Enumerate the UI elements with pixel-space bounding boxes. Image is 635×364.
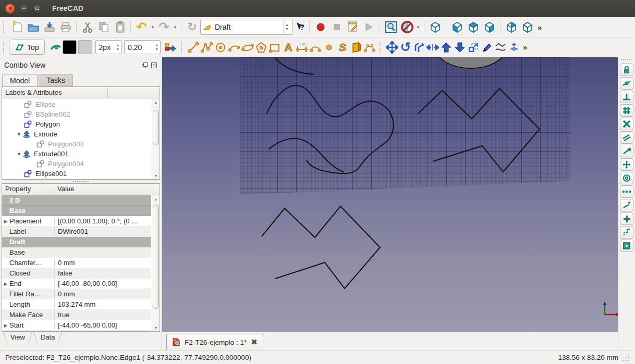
right-view-button[interactable] (481, 19, 497, 35)
bspline-blob-shape[interactable] (267, 85, 394, 173)
scale-spinbox[interactable]: 0,20 ▲▼ (124, 40, 161, 54)
tree-item-ellipse001[interactable]: Ellipse001 (2, 169, 151, 179)
arc-curve-shape[interactable] (275, 58, 314, 74)
snap-endpoint-button[interactable] (620, 145, 633, 157)
toolbar-overflow-button[interactable]: » (535, 23, 543, 32)
snap-extension-button[interactable] (620, 199, 633, 211)
scroll-down-icon[interactable]: ▼ (152, 172, 160, 179)
value-column-header[interactable]: Value (54, 184, 160, 195)
draft-dimension-button[interactable]: 1.00 (295, 39, 309, 55)
property-row-length[interactable]: Length103,274 mm (2, 299, 151, 310)
document-tab[interactable]: F2-T26-ejemplo : 1* ✖ (166, 334, 263, 350)
draft-shapestring-button[interactable]: S (336, 39, 349, 55)
tree-item-extrude[interactable]: ▼ Extrude (2, 129, 151, 139)
axonometric-view-button[interactable] (427, 19, 443, 35)
toolbar-handle[interactable] (621, 59, 632, 62)
undo-button[interactable]: ↶ (133, 19, 150, 35)
window-close-button[interactable]: × (5, 4, 15, 14)
refresh-button[interactable]: ↻ (184, 19, 200, 35)
draft-bezier-button[interactable] (363, 39, 376, 55)
toolbar-handle[interactable] (3, 21, 6, 33)
snap-grid-button[interactable] (620, 104, 633, 117)
toolbar-handle[interactable] (380, 42, 383, 53)
scroll-up-icon[interactable]: ▲ (152, 98, 160, 106)
front-view-button[interactable] (449, 19, 465, 35)
draft-line-button[interactable] (187, 39, 200, 55)
property-group[interactable]: Base (2, 206, 151, 216)
draft-move-button[interactable] (385, 39, 399, 55)
snap-ortho-button[interactable] (620, 212, 633, 225)
working-plane-button[interactable]: Top (9, 40, 45, 55)
macro-edit-button[interactable] (345, 19, 361, 35)
snap-lock-button[interactable] (620, 64, 633, 76)
scroll-up-icon[interactable]: ▲ (152, 195, 160, 203)
snap-parallel-button[interactable] (620, 131, 633, 144)
draft-scale-button[interactable] (467, 39, 480, 55)
draft-wire-to-bspline-button[interactable] (494, 39, 507, 55)
property-row-end[interactable]: ▶End[-40,00 -80,00 0,00] (2, 279, 151, 289)
open-button[interactable] (25, 19, 41, 35)
apply-style-button[interactable] (163, 39, 177, 55)
draw-style-button[interactable] (399, 19, 415, 35)
tree-item-polygon003[interactable]: Polygon003 (2, 139, 151, 149)
3d-viewport[interactable]: X (162, 57, 618, 332)
draft-ellipse-button[interactable] (241, 39, 254, 55)
copy-button[interactable] (95, 19, 112, 35)
whats-this-button[interactable]: ? (293, 19, 307, 35)
draft-wire-button[interactable] (200, 39, 214, 55)
snap-special-button[interactable] (620, 226, 633, 239)
snap-center-button[interactable] (620, 172, 633, 184)
expander-icon[interactable]: ▼ (16, 152, 22, 157)
paste-button[interactable] (112, 19, 128, 35)
property-row-start[interactable]: ▶Start[-44,00 -65,00 0,00] (2, 320, 151, 331)
draft-downgrade-button[interactable] (453, 39, 467, 55)
property-row-fillet[interactable]: Fillet Ra…0 mm (2, 289, 151, 299)
tree-header[interactable]: Labels & Attributes (2, 87, 160, 98)
zigzag-wire-right-shape[interactable] (418, 89, 540, 172)
fit-all-button[interactable] (383, 19, 399, 35)
draft-offset-button[interactable] (412, 39, 426, 55)
new-document-button[interactable] (9, 19, 25, 35)
toolbar-handle[interactable] (181, 42, 184, 53)
draft-add-point-button[interactable] (507, 39, 521, 55)
tree-item-polygon[interactable]: Polygon (2, 119, 151, 129)
redo-button[interactable]: ↷ (156, 19, 172, 35)
draft-upgrade-button[interactable] (439, 39, 453, 55)
gray-ellipse-shape[interactable] (436, 57, 505, 68)
expander-icon[interactable]: ▼ (16, 132, 22, 137)
print-button[interactable] (57, 19, 74, 35)
macro-record-button[interactable] (312, 19, 328, 35)
redo-dropdown[interactable]: ▼ (172, 19, 178, 35)
draft-circle-button[interactable] (214, 39, 227, 55)
snap-angle-button[interactable] (620, 158, 633, 171)
panel-splitter[interactable] (0, 180, 162, 183)
workbench-selector[interactable]: Draft ▲▼ (200, 20, 293, 35)
bspline-wave-shape[interactable] (268, 139, 344, 172)
tab-data[interactable]: Data (33, 332, 62, 345)
toggle-construction-mode-button[interactable] (49, 39, 63, 55)
draft-polygon-button[interactable] (254, 39, 268, 55)
scroll-down-icon[interactable]: ▼ (152, 324, 160, 331)
property-row-closed[interactable]: Closedfalse (2, 268, 151, 279)
resize-grip[interactable] (622, 354, 630, 361)
property-column-header[interactable]: Property (2, 184, 54, 195)
draft-trimex-button[interactable] (426, 39, 439, 55)
float-panel-icon[interactable] (141, 62, 148, 69)
draw-style-dropdown[interactable]: ▼ (415, 19, 421, 35)
spin-arrows-icon[interactable]: ▲▼ (114, 41, 121, 54)
draft-facebinder-button[interactable] (349, 39, 363, 55)
snap-intersection-button[interactable] (620, 118, 633, 130)
draft-edit-button[interactable] (480, 39, 494, 55)
property-group[interactable]: 2 D (2, 195, 151, 206)
macro-stop-button[interactable] (328, 19, 345, 35)
rear-view-button[interactable] (503, 19, 519, 35)
toolbar-handle[interactable] (3, 42, 6, 53)
line-width-spinbox[interactable]: 2px ▲▼ (95, 40, 122, 54)
face-color-swatch[interactable] (78, 40, 92, 54)
snap-perpendicular-button[interactable] (620, 91, 633, 103)
zigzag-wire-bottom-shape[interactable] (262, 206, 380, 288)
tab-view[interactable]: View (3, 332, 32, 345)
draft-rotate-button[interactable]: ↺ (399, 39, 412, 55)
snap-midpoint-button[interactable] (620, 77, 633, 90)
line-color-swatch[interactable] (63, 40, 77, 54)
